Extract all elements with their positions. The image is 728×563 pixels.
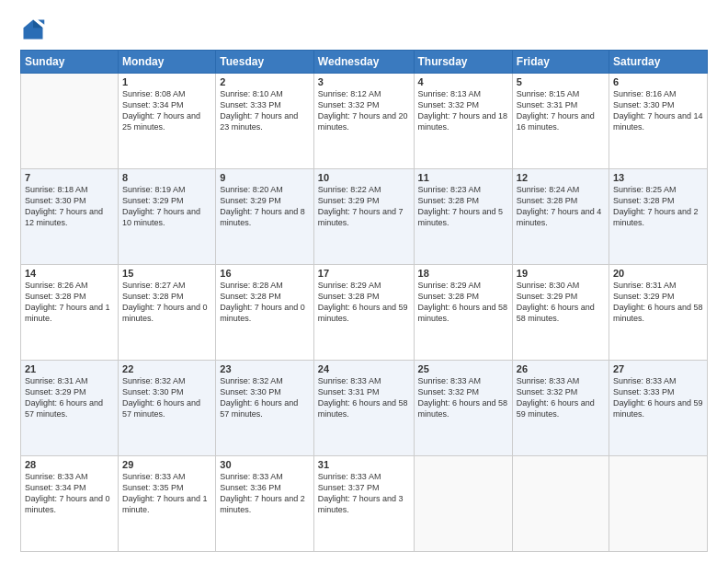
sunset-time: Sunset: 3:31 PM <box>318 387 380 396</box>
sunset-time: Sunset: 3:32 PM <box>418 100 480 109</box>
day-number: 23 <box>220 363 310 374</box>
sunrise-time: Sunrise: 8:13 AM <box>418 89 482 98</box>
day-info: Sunrise: 8:29 AMSunset: 3:28 PMDaylight:… <box>418 280 508 325</box>
daylight-hours: Daylight: 7 hours and 18 minutes. <box>418 111 508 132</box>
day-number: 30 <box>220 459 310 470</box>
sunrise-time: Sunrise: 8:30 AM <box>517 281 580 290</box>
day-number: 22 <box>122 363 211 374</box>
sunset-time: Sunset: 3:29 PM <box>517 292 578 301</box>
col-saturday: Saturday <box>609 51 708 74</box>
day-number: 6 <box>613 76 703 87</box>
daylight-hours: Daylight: 7 hours and 7 minutes. <box>318 207 404 227</box>
col-sunday: Sunday <box>21 51 119 74</box>
calendar-cell: 11Sunrise: 8:23 AMSunset: 3:28 PMDayligh… <box>414 169 512 265</box>
sunset-time: Sunset: 3:34 PM <box>122 100 184 109</box>
daylight-hours: Daylight: 7 hours and 14 minutes. <box>613 111 703 132</box>
daylight-hours: Daylight: 7 hours and 1 minute. <box>25 303 110 323</box>
day-info: Sunrise: 8:19 AMSunset: 3:29 PMDaylight:… <box>122 184 211 229</box>
sunrise-time: Sunrise: 8:29 AM <box>318 281 381 290</box>
calendar-cell: 10Sunrise: 8:22 AMSunset: 3:29 PMDayligh… <box>313 169 414 265</box>
calendar-cell: 27Sunrise: 8:33 AMSunset: 3:33 PMDayligh… <box>609 361 708 456</box>
calendar-cell: 19Sunrise: 8:30 AMSunset: 3:29 PMDayligh… <box>512 265 609 361</box>
sunset-time: Sunset: 3:35 PM <box>122 483 184 492</box>
day-number: 4 <box>418 76 508 87</box>
day-info: Sunrise: 8:24 AMSunset: 3:28 PMDaylight:… <box>517 184 605 229</box>
day-info: Sunrise: 8:31 AMSunset: 3:29 PMDaylight:… <box>613 280 703 325</box>
day-info: Sunrise: 8:33 AMSunset: 3:34 PMDaylight:… <box>25 471 114 516</box>
sunrise-time: Sunrise: 8:27 AM <box>122 281 186 290</box>
day-info: Sunrise: 8:13 AMSunset: 3:32 PMDaylight:… <box>418 88 508 133</box>
calendar-cell: 13Sunrise: 8:25 AMSunset: 3:28 PMDayligh… <box>609 169 708 265</box>
day-number: 14 <box>25 268 114 279</box>
day-number: 31 <box>318 459 410 470</box>
sunset-time: Sunset: 3:28 PM <box>613 196 675 205</box>
sunset-time: Sunset: 3:31 PM <box>517 100 578 109</box>
daylight-hours: Daylight: 7 hours and 16 minutes. <box>517 111 595 132</box>
day-number: 17 <box>318 268 410 279</box>
calendar-cell: 25Sunrise: 8:33 AMSunset: 3:32 PMDayligh… <box>414 361 512 456</box>
daylight-hours: Daylight: 6 hours and 58 minutes. <box>613 303 703 323</box>
calendar-cell: 2Sunrise: 8:10 AMSunset: 3:33 PMDaylight… <box>216 74 314 169</box>
col-monday: Monday <box>119 51 216 74</box>
day-number: 15 <box>122 268 211 279</box>
daylight-hours: Daylight: 7 hours and 10 minutes. <box>122 207 200 227</box>
sunrise-time: Sunrise: 8:15 AM <box>517 89 580 98</box>
calendar-cell: 30Sunrise: 8:33 AMSunset: 3:36 PMDayligh… <box>216 456 314 552</box>
day-info: Sunrise: 8:33 AMSunset: 3:33 PMDaylight:… <box>613 375 703 420</box>
sunset-time: Sunset: 3:28 PM <box>220 292 281 301</box>
sunrise-time: Sunrise: 8:32 AM <box>220 376 283 385</box>
day-number: 12 <box>517 172 605 183</box>
sunrise-time: Sunrise: 8:33 AM <box>25 472 88 481</box>
calendar-cell <box>414 456 512 552</box>
calendar-header-row: Sunday Monday Tuesday Wednesday Thursday… <box>21 51 708 74</box>
sunset-time: Sunset: 3:28 PM <box>122 292 184 301</box>
day-info: Sunrise: 8:20 AMSunset: 3:29 PMDaylight:… <box>220 184 310 229</box>
day-number: 16 <box>220 268 310 279</box>
day-info: Sunrise: 8:32 AMSunset: 3:30 PMDaylight:… <box>122 375 211 420</box>
col-thursday: Thursday <box>414 51 512 74</box>
page-header <box>20 17 708 42</box>
sunset-time: Sunset: 3:32 PM <box>517 387 578 396</box>
daylight-hours: Daylight: 7 hours and 5 minutes. <box>418 207 504 227</box>
sunrise-time: Sunrise: 8:33 AM <box>220 472 283 481</box>
calendar-cell: 12Sunrise: 8:24 AMSunset: 3:28 PMDayligh… <box>512 169 609 265</box>
calendar-week-row: 28Sunrise: 8:33 AMSunset: 3:34 PMDayligh… <box>21 456 708 552</box>
sunset-time: Sunset: 3:30 PM <box>25 196 86 205</box>
daylight-hours: Daylight: 7 hours and 8 minutes. <box>220 207 305 227</box>
daylight-hours: Daylight: 7 hours and 0 minutes. <box>122 303 208 323</box>
daylight-hours: Daylight: 7 hours and 4 minutes. <box>517 207 602 227</box>
daylight-hours: Daylight: 7 hours and 3 minutes. <box>318 494 404 514</box>
calendar-cell: 29Sunrise: 8:33 AMSunset: 3:35 PMDayligh… <box>119 456 216 552</box>
daylight-hours: Daylight: 7 hours and 1 minute. <box>122 494 208 514</box>
day-info: Sunrise: 8:31 AMSunset: 3:29 PMDaylight:… <box>25 375 114 420</box>
sunset-time: Sunset: 3:30 PM <box>122 387 184 396</box>
day-info: Sunrise: 8:33 AMSunset: 3:36 PMDaylight:… <box>220 471 310 516</box>
day-info: Sunrise: 8:10 AMSunset: 3:33 PMDaylight:… <box>220 88 310 133</box>
daylight-hours: Daylight: 7 hours and 2 minutes. <box>613 207 699 227</box>
day-info: Sunrise: 8:16 AMSunset: 3:30 PMDaylight:… <box>613 88 703 133</box>
day-info: Sunrise: 8:27 AMSunset: 3:28 PMDaylight:… <box>122 280 211 325</box>
day-info: Sunrise: 8:25 AMSunset: 3:28 PMDaylight:… <box>613 184 703 229</box>
day-info: Sunrise: 8:26 AMSunset: 3:28 PMDaylight:… <box>25 280 114 325</box>
sunrise-time: Sunrise: 8:33 AM <box>318 376 381 385</box>
day-info: Sunrise: 8:08 AMSunset: 3:34 PMDaylight:… <box>122 88 211 133</box>
day-info: Sunrise: 8:22 AMSunset: 3:29 PMDaylight:… <box>318 184 410 229</box>
calendar-week-row: 21Sunrise: 8:31 AMSunset: 3:29 PMDayligh… <box>21 361 708 456</box>
calendar-cell: 22Sunrise: 8:32 AMSunset: 3:30 PMDayligh… <box>119 361 216 456</box>
sunrise-time: Sunrise: 8:18 AM <box>25 185 88 194</box>
day-info: Sunrise: 8:33 AMSunset: 3:32 PMDaylight:… <box>517 375 605 420</box>
sunset-time: Sunset: 3:32 PM <box>418 387 480 396</box>
sunset-time: Sunset: 3:29 PM <box>122 196 184 205</box>
col-tuesday: Tuesday <box>216 51 314 74</box>
calendar-cell: 1Sunrise: 8:08 AMSunset: 3:34 PMDaylight… <box>119 74 216 169</box>
sunset-time: Sunset: 3:28 PM <box>318 292 380 301</box>
daylight-hours: Daylight: 7 hours and 25 minutes. <box>122 111 200 132</box>
day-number: 26 <box>517 363 605 374</box>
generalblue-logo-icon <box>20 17 46 42</box>
sunrise-time: Sunrise: 8:25 AM <box>613 185 677 194</box>
col-wednesday: Wednesday <box>313 51 414 74</box>
day-number: 20 <box>613 268 703 279</box>
sunset-time: Sunset: 3:28 PM <box>418 292 480 301</box>
sunrise-time: Sunrise: 8:16 AM <box>613 89 677 98</box>
daylight-hours: Daylight: 7 hours and 12 minutes. <box>25 207 103 227</box>
